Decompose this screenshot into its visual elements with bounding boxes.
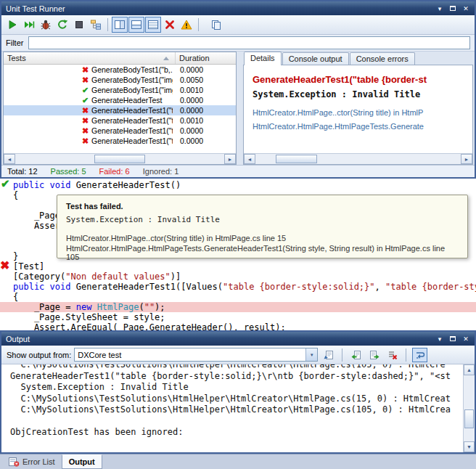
window-menu-icon[interactable]: ▾ bbox=[434, 334, 446, 344]
stack-trace-link[interactable]: HtmlCreator.HtmlPage.HtmlPageTests.Gener… bbox=[253, 122, 472, 131]
utr-titlebar[interactable]: Unit Test Runner ▾ ✕ bbox=[1, 1, 475, 15]
details-horizontal-scrollbar[interactable]: ◄ ► bbox=[244, 153, 472, 164]
test-tree-button[interactable] bbox=[88, 17, 104, 33]
exception-message: System.Exception : Invalid Title bbox=[253, 89, 472, 99]
test-failed-icon: ✖ bbox=[82, 107, 91, 115]
test-row[interactable]: ✖GenerateBodyTest1("b,.,l0.0000 bbox=[4, 65, 236, 75]
test-failed-gutter-icon[interactable]: ✖ bbox=[0, 258, 9, 272]
code-line: { bbox=[0, 292, 476, 302]
stop-button[interactable] bbox=[71, 17, 87, 33]
scroll-left-icon[interactable]: ◄ bbox=[4, 154, 15, 164]
warning-icon bbox=[181, 19, 192, 30]
tab-console-output[interactable]: Console output bbox=[282, 52, 349, 65]
close-icon[interactable]: ✕ bbox=[460, 334, 472, 344]
debug-test-button[interactable] bbox=[38, 17, 54, 33]
test-row[interactable]: ✔GenerateHeaderTest0.0000 bbox=[4, 95, 236, 105]
show-warnings-button[interactable] bbox=[178, 17, 194, 33]
close-icon[interactable]: ✕ bbox=[460, 4, 472, 14]
test-duration: 0.0000 bbox=[176, 126, 203, 135]
scroll-right-icon[interactable]: ► bbox=[224, 154, 236, 164]
code-line: _Page.StyleSheet = style; bbox=[0, 312, 476, 322]
tooltip-title: Test has failed. bbox=[66, 202, 459, 211]
maximize-icon[interactable] bbox=[447, 334, 459, 344]
tests-horizontal-scrollbar[interactable]: ◄ ► bbox=[4, 153, 236, 164]
output-vertical-scrollbar[interactable]: ▲ ▼ bbox=[463, 364, 475, 452]
error-list-icon bbox=[9, 457, 20, 467]
scrollbar-thumb[interactable] bbox=[94, 155, 144, 163]
run-all-tests-button[interactable] bbox=[21, 17, 37, 33]
scrollbar-track[interactable] bbox=[15, 154, 224, 164]
ide-root: Unit Test Runner ▾ ✕ bbox=[0, 0, 476, 469]
tooltip-stack-line: HtmlCreator.HtmlPage..ctor(String title)… bbox=[66, 234, 459, 242]
duration-column-header[interactable]: Duration bbox=[176, 52, 236, 64]
view-bottom-pane-toggle[interactable] bbox=[128, 17, 144, 33]
output-titlebar[interactable]: Output ▾ ✕ bbox=[1, 332, 475, 346]
sort-ascending-icon bbox=[163, 57, 169, 60]
output-source-combobox[interactable]: DXCore test ▼ bbox=[74, 348, 318, 362]
run-test-button[interactable] bbox=[4, 17, 20, 33]
test-failed-icon: ✖ bbox=[82, 117, 91, 125]
previous-message-button[interactable] bbox=[348, 348, 364, 362]
stack-trace-link[interactable]: HtmlCreator.HtmlPage..ctor(String title)… bbox=[253, 108, 472, 117]
panel-splitter[interactable] bbox=[239, 52, 240, 165]
scrollbar-track[interactable] bbox=[464, 375, 475, 441]
scrollbar-track[interactable] bbox=[255, 154, 461, 164]
goto-source-button[interactable] bbox=[321, 348, 336, 362]
copy-results-button[interactable] bbox=[208, 17, 224, 33]
combobox-dropdown-icon[interactable]: ▼ bbox=[305, 348, 317, 361]
test-row[interactable]: ✖GenerateHeaderTest1("tab0.0000 bbox=[4, 105, 236, 115]
goto-source-icon bbox=[323, 349, 335, 361]
bug-icon bbox=[40, 19, 52, 30]
show-failed-tests-button[interactable] bbox=[162, 17, 178, 33]
combobox-value: DXCore test bbox=[75, 351, 305, 359]
window-menu-icon[interactable]: ▾ bbox=[434, 4, 446, 14]
output-toolbar: Show output from: DXCore test ▼ bbox=[1, 346, 475, 364]
test-row[interactable]: ✖GenerateBodyTest1("img,0.0050 bbox=[4, 75, 236, 85]
details-tab-strip: Details Console output Console errors bbox=[243, 52, 473, 65]
tab-console-errors[interactable]: Console errors bbox=[350, 52, 415, 65]
scroll-right-icon[interactable]: ► bbox=[461, 154, 472, 164]
next-message-button[interactable] bbox=[366, 348, 382, 362]
test-row[interactable]: ✖GenerateHeaderTest1("tab0.0000 bbox=[4, 126, 236, 136]
tab-details[interactable]: Details bbox=[244, 52, 282, 65]
test-name: GenerateBodyTest1("img, bbox=[91, 86, 173, 94]
test-passed-gutter-icon[interactable]: ✔ bbox=[1, 179, 10, 190]
test-row[interactable]: ✔GenerateBodyTest1("img,0.0010 bbox=[4, 85, 236, 95]
toggle-word-wrap-button[interactable] bbox=[412, 348, 427, 362]
output-content[interactable]: C:\MySolutions\TestSolutions\HtmlHelper\… bbox=[1, 364, 475, 452]
output-line: C:\MySolutions\TestSolutions\HtmlHelper\… bbox=[10, 393, 461, 405]
tab-output[interactable]: Output bbox=[62, 454, 102, 469]
tab-error-list[interactable]: Error List bbox=[2, 454, 62, 469]
code-line: Assert.AreEqual(_Page.GenerateHeader(), … bbox=[0, 322, 476, 330]
tests-column-header[interactable]: Tests bbox=[4, 52, 176, 64]
code-editor[interactable]: ✔ ✖ public void GenerateHeaderTest(){ _P… bbox=[0, 179, 476, 330]
refresh-button[interactable] bbox=[54, 17, 70, 33]
test-duration: 0.0010 bbox=[176, 86, 203, 94]
tab-label: Error List bbox=[22, 457, 55, 466]
clear-all-button[interactable] bbox=[385, 348, 400, 362]
test-duration: 0.0000 bbox=[176, 65, 203, 74]
scrollbar-thumb[interactable] bbox=[464, 409, 474, 428]
split-bottom-view-icon bbox=[131, 19, 142, 30]
test-row[interactable]: ✖GenerateHeaderTest1("tab0.0000 bbox=[4, 136, 236, 146]
scroll-left-icon[interactable]: ◄ bbox=[244, 154, 255, 164]
output-line: System.Exception : Invalid Title bbox=[10, 382, 461, 393]
view-details-pane-toggle[interactable] bbox=[112, 17, 128, 33]
tests-panel: Tests Duration ✖GenerateBodyTest1("b,.,l… bbox=[3, 52, 237, 165]
test-duration: 0.0050 bbox=[176, 76, 203, 84]
details-panel: Details Console output Console errors Ge… bbox=[243, 52, 473, 165]
code-line: [Test] bbox=[0, 261, 476, 272]
scrollbar-thumb[interactable] bbox=[276, 155, 317, 163]
maximize-icon[interactable] bbox=[447, 4, 459, 14]
stop-icon bbox=[73, 19, 85, 30]
utr-window-title: Unit Test Runner bbox=[4, 4, 432, 13]
test-row[interactable]: ✖GenerateHeaderTest1("tab0.0010 bbox=[4, 115, 236, 126]
toolbar-separator bbox=[342, 348, 342, 362]
scroll-down-icon[interactable]: ▼ bbox=[464, 441, 475, 452]
word-wrap-icon bbox=[414, 349, 426, 361]
view-list-toggle[interactable] bbox=[145, 17, 161, 33]
test-name: GenerateHeaderTest bbox=[91, 96, 173, 105]
copy-icon bbox=[210, 19, 222, 30]
scroll-up-icon[interactable]: ▲ bbox=[464, 364, 475, 375]
filter-input[interactable] bbox=[28, 36, 470, 49]
